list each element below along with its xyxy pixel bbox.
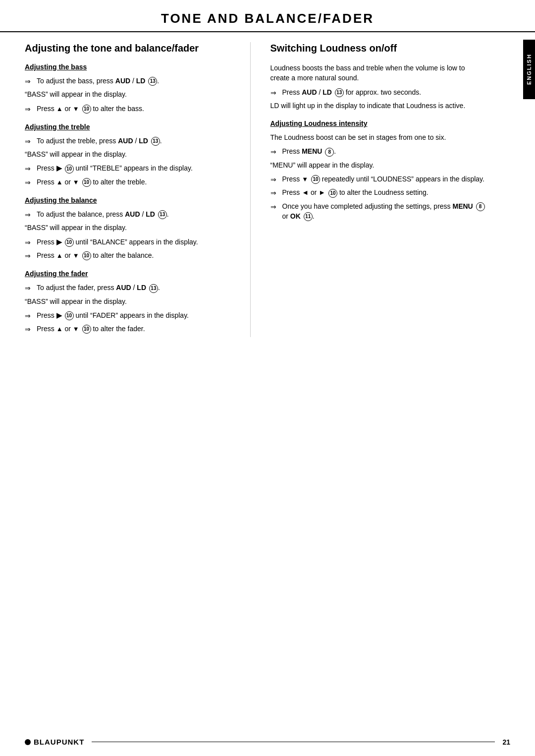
bass-list: ⇒ To adjust the bass, press AUD / LD 13.: [25, 76, 240, 86]
list-item: ⇒ Press MENU 8.: [270, 146, 486, 157]
arrow-icon: ⇒: [270, 174, 280, 184]
list-item: ⇒ To adjust the fader, press AUD / LD 13…: [25, 283, 240, 293]
arrow-icon: ⇒: [25, 311, 35, 321]
list-item: ⇒ Press ▲ or ▼ 10 to alter the bass.: [25, 104, 240, 114]
treble-list-2: ⇒ Press ▶ 10 until “TREBLE” appears in t…: [25, 163, 240, 187]
loudness-intensity-title: Adjusting Loudness intensity: [270, 119, 486, 127]
list-item: ⇒ Press ▶ 10 until “BALANCE” appears in …: [25, 237, 240, 247]
circled-number: 10: [82, 325, 91, 334]
plain-text: “BASS” will appear in the display.: [25, 149, 240, 159]
fader-title: Adjusting the fader: [25, 270, 240, 278]
plain-text: “BASS” will appear in the display.: [25, 223, 240, 233]
left-column: Adjusting the tone and balance/fader Adj…: [25, 42, 251, 337]
circled-number: 8: [476, 202, 485, 211]
page-wrapper: TONE AND BALANCE/FADER ENGLISH Adjusting…: [0, 0, 535, 756]
circled-number: 13: [149, 284, 158, 293]
bullet-text: Press ▼ 10 repeatedly until “LOUDNESS” a…: [282, 174, 486, 184]
footer-page-number: 21: [502, 738, 510, 746]
circled-number: 10: [65, 238, 74, 247]
section-balance: Adjusting the balance ⇒ To adjust the ba…: [25, 196, 240, 261]
circled-number: 10: [311, 175, 320, 184]
treble-list: ⇒ To adjust the treble, press AUD / LD 1…: [25, 136, 240, 146]
bullet-text: To adjust the fader, press AUD / LD 13.: [37, 283, 240, 292]
circled-number: 13: [148, 77, 157, 86]
section-loudness-intensity: Adjusting Loudness intensity The Loudnes…: [270, 119, 486, 221]
arrow-icon: ⇒: [25, 251, 35, 261]
arrow-icon: ⇒: [25, 324, 35, 334]
bullet-text: To adjust the treble, press AUD / LD 13.: [37, 136, 240, 146]
bullet-text: Press ▶ 10 until “BALANCE” appears in th…: [37, 237, 240, 247]
bullet-text: Press ▲ or ▼ 10 to alter the fader.: [37, 324, 240, 334]
circled-number: 10: [82, 251, 91, 260]
bullet-text: Press ▲ or ▼ 10 to alter the bass.: [37, 104, 240, 114]
circled-number: 10: [82, 178, 91, 187]
circled-number: 13: [151, 137, 160, 146]
arrow-icon: ⇒: [25, 164, 35, 174]
list-item: ⇒ Press ◄ or ► 10 to alter the Loudness …: [270, 187, 486, 198]
circled-number: 10: [65, 165, 74, 174]
footer-bullet-icon: [25, 739, 31, 745]
list-item: ⇒ To adjust the bass, press AUD / LD 13.: [25, 76, 240, 86]
arrow-icon: ⇒: [25, 283, 35, 293]
balance-list: ⇒ To adjust the balance, press AUD / LD …: [25, 209, 240, 220]
arrow-icon: ⇒: [25, 237, 35, 247]
menu-appear-text: “MENU” will appear in the display.: [270, 160, 486, 170]
arrow-icon: ⇒: [270, 188, 280, 198]
circled-number: 13: [158, 210, 167, 219]
page-footer: BLAUPUNKT 21: [0, 738, 535, 746]
circled-number: 10: [82, 105, 91, 114]
bullet-text: To adjust the balance, press AUD / LD 13…: [37, 209, 240, 219]
bass-title: Adjusting the bass: [25, 63, 240, 71]
footer-logo: BLAUPUNKT: [25, 738, 84, 746]
right-main-title: Switching Loudness on/off: [270, 42, 486, 54]
circled-number: 11: [304, 212, 313, 221]
plain-text: “BASS” will appear in the display.: [25, 89, 240, 99]
loudness-list: ⇒ Press AUD / LD 13 for approx. two seco…: [270, 87, 486, 98]
circled-number: 10: [65, 311, 74, 320]
page-title: TONE AND BALANCE/FADER: [30, 11, 505, 26]
bullet-text: Once you have completed adjusting the se…: [282, 201, 486, 222]
balance-list-2: ⇒ Press ▶ 10 until “BALANCE” appears in …: [25, 237, 240, 261]
bullet-text: To adjust the bass, press AUD / LD 13.: [37, 76, 240, 86]
loudness-intro: Loudness boosts the bass and treble when…: [270, 63, 486, 83]
list-item: ⇒ To adjust the treble, press AUD / LD 1…: [25, 136, 240, 146]
page-header: TONE AND BALANCE/FADER: [0, 0, 535, 32]
arrow-icon: ⇒: [25, 104, 35, 114]
circled-number: 10: [328, 189, 337, 198]
fader-list: ⇒ To adjust the fader, press AUD / LD 13…: [25, 283, 240, 293]
right-column: Switching Loudness on/off Loudness boost…: [266, 42, 511, 337]
side-tab-english: ENGLISH: [523, 40, 535, 99]
arrow-icon: ⇒: [270, 88, 280, 98]
bullet-text: Press ▶ 10 until “FADER” appears in the …: [37, 310, 240, 320]
treble-title: Adjusting the treble: [25, 123, 240, 131]
list-item: ⇒ Press ▶ 10 until “TREBLE” appears in t…: [25, 163, 240, 174]
loudness-intensity-list: ⇒ Press MENU 8.: [270, 146, 486, 157]
list-item: ⇒ Press ▲ or ▼ 10 to alter the fader.: [25, 324, 240, 334]
arrow-icon: ⇒: [25, 210, 35, 220]
footer-brand: BLAUPUNKT: [34, 738, 84, 746]
bullet-text: Press MENU 8.: [282, 146, 486, 156]
ld-active-text: LD will light up in the display to indic…: [270, 101, 486, 111]
content-area: Adjusting the tone and balance/fader Adj…: [0, 42, 535, 337]
section-fader: Adjusting the fader ⇒ To adjust the fade…: [25, 270, 240, 334]
list-item: ⇒ Press ▶ 10 until “FADER” appears in th…: [25, 310, 240, 321]
circled-number: 13: [335, 88, 344, 97]
bullet-text: Press ▲ or ▼ 10 to alter the treble.: [37, 177, 240, 187]
footer-divider: [92, 742, 495, 743]
arrow-icon: ⇒: [25, 177, 35, 187]
circled-number: 8: [325, 148, 334, 157]
arrow-icon: ⇒: [270, 147, 280, 157]
arrow-icon: ⇒: [25, 76, 35, 86]
bullet-text: Press ▲ or ▼ 10 to alter the balance.: [37, 250, 240, 261]
bullet-text: Press AUD / LD 13 for approx. two second…: [282, 87, 486, 97]
fader-list-2: ⇒ Press ▶ 10 until “FADER” appears in th…: [25, 310, 240, 335]
list-item: ⇒ Press ▲ or ▼ 10 to alter the treble.: [25, 177, 240, 187]
list-item: ⇒ Press ▲ or ▼ 10 to alter the balance.: [25, 250, 240, 261]
section-treble: Adjusting the treble ⇒ To adjust the tre…: [25, 123, 240, 187]
arrow-icon: ⇒: [25, 136, 35, 146]
list-item: ⇒ Press ▼ 10 repeatedly until “LOUDNESS”…: [270, 174, 486, 184]
bullet-text: Press ◄ or ► 10 to alter the Loudness se…: [282, 187, 486, 197]
section-bass: Adjusting the bass ⇒ To adjust the bass,…: [25, 63, 240, 114]
left-main-title: Adjusting the tone and balance/fader: [25, 42, 240, 54]
list-item: ⇒ To adjust the balance, press AUD / LD …: [25, 209, 240, 220]
